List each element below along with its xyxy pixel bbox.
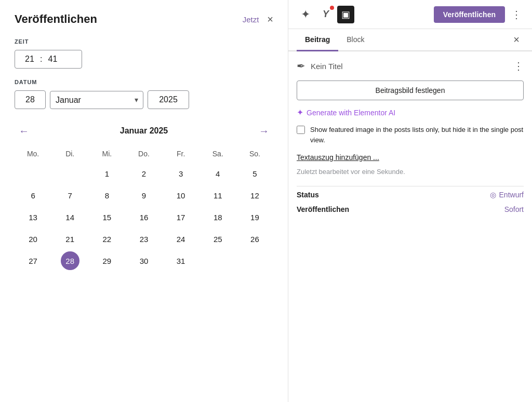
featured-image-checkbox-label: Show featured image in the posts lists o… <box>310 125 524 145</box>
divider <box>297 186 524 186</box>
status-icon: ◎ <box>490 191 496 199</box>
ai-button[interactable]: ✦ <box>297 5 314 24</box>
cal-day[interactable]: 10 <box>171 186 190 205</box>
generate-ai-label: Generate with Elementor AI <box>307 109 395 117</box>
featured-image-checkbox[interactable] <box>297 126 305 134</box>
cal-day[interactable]: 4 <box>208 164 227 183</box>
month-select-wrapper: Januar Februar März April Mai Juni Juli … <box>50 91 143 109</box>
jetzt-link[interactable]: Jetzt <box>243 15 259 24</box>
sidebar-tabs: Beitrag Block × <box>288 29 532 51</box>
weekday-sa: Sa. <box>200 148 236 160</box>
veroeffentlichen-label: Veröffentlichen <box>297 205 349 213</box>
yoast-button[interactable]: Y <box>318 6 333 23</box>
cal-day[interactable]: 27 <box>24 251 43 270</box>
cal-day[interactable]: 18 <box>208 208 227 226</box>
cal-day[interactable]: 26 <box>245 230 264 248</box>
day-input[interactable] <box>15 90 46 109</box>
cal-day[interactable]: 15 <box>98 208 116 226</box>
calendar-month-year: Januar 2025 <box>120 126 168 136</box>
weekday-di: Di. <box>51 148 88 160</box>
feather-icon: ✒ <box>297 60 305 72</box>
time-input-container: : <box>15 50 82 69</box>
toolbar: ✦ Y ▣ Veröffentlichen ⋮ <box>288 0 532 29</box>
tab-block[interactable]: Block <box>338 29 373 51</box>
date-row: Januar Februar März April Mai Juni Juli … <box>15 90 273 109</box>
weekday-mo: Mo. <box>15 148 51 160</box>
yoast-label: Y <box>323 9 329 20</box>
excerpt-link[interactable]: Textauszug hinzufügen ... <box>297 153 524 162</box>
entwurf-link[interactable]: Entwurf <box>499 191 524 199</box>
featured-image-checkbox-row: Show featured image in the posts lists o… <box>297 125 524 145</box>
cal-day[interactable]: 31 <box>171 251 190 270</box>
calendar-header: Mo. Di. Mi. Do. Fr. Sa. So. <box>15 148 273 160</box>
cal-day-empty <box>61 164 79 183</box>
cal-day[interactable]: 9 <box>135 186 153 205</box>
calendar-prev-button[interactable]: ← <box>15 124 33 138</box>
right-panel: ✦ Y ▣ Veröffentlichen ⋮ Beitrag Block × … <box>288 0 532 402</box>
cal-day[interactable]: 11 <box>208 186 227 205</box>
cal-day[interactable]: 23 <box>135 230 153 248</box>
cal-day[interactable]: 7 <box>61 186 79 205</box>
time-colon: : <box>40 55 42 64</box>
tab-beitrag[interactable]: Beitrag <box>297 29 338 51</box>
cal-day[interactable]: 6 <box>24 186 43 205</box>
veroeffentlichen-row: Veröffentlichen Sofort <box>297 205 524 213</box>
hours-input[interactable] <box>21 55 38 64</box>
sofort-link[interactable]: Sofort <box>504 205 524 213</box>
cal-day[interactable]: 13 <box>24 208 43 226</box>
sidebar-panel: Beitrag Block × ✒ Kein Titel ⋮ Beitragsb… <box>288 29 532 402</box>
featured-image-button[interactable]: Beitragsbild festlegen <box>297 81 524 100</box>
sparkle-icon: ✦ <box>301 8 310 21</box>
cal-day[interactable]: 5 <box>245 164 264 183</box>
more-options-button[interactable]: ⋮ <box>509 6 524 23</box>
cal-day-empty <box>24 164 43 183</box>
cal-day[interactable]: 12 <box>245 186 264 205</box>
publish-header-right: Jetzt × <box>243 14 273 24</box>
calendar-body: 1 2 3 4 5 6 7 8 9 10 11 12 13 14 15 16 1… <box>15 164 273 270</box>
cal-day[interactable]: 19 <box>245 208 264 226</box>
cal-day[interactable]: 24 <box>171 230 190 248</box>
yoast-notification-dot <box>330 6 334 10</box>
calendar-nav: ← Januar 2025 → <box>15 124 273 138</box>
close-button[interactable]: × <box>267 14 273 24</box>
post-title-row: ✒ Kein Titel ⋮ <box>297 60 524 72</box>
sidebar-content: ✒ Kein Titel ⋮ Beitragsbild festlegen ✦ … <box>288 51 532 402</box>
cal-day[interactable]: 21 <box>61 230 79 248</box>
weekday-mi: Mi. <box>88 148 125 160</box>
generate-ai-link[interactable]: ✦ Generate with Elementor AI <box>297 108 524 117</box>
cal-day-empty <box>208 251 227 270</box>
publish-panel: Veröffentlichen Jetzt × ZEIT : DATUM Jan… <box>0 0 288 402</box>
publish-button[interactable]: Veröffentlichen <box>434 6 505 23</box>
cal-day-selected[interactable]: 28 <box>61 251 79 270</box>
cal-day[interactable]: 2 <box>135 164 153 183</box>
cal-day[interactable]: 25 <box>208 230 227 248</box>
ai-sparkle-icon: ✦ <box>297 108 303 117</box>
status-value: ◎ Entwurf <box>490 191 524 199</box>
status-label: Status <box>297 191 319 199</box>
date-label: DATUM <box>15 79 273 85</box>
weekday-fr: Fr. <box>163 148 200 160</box>
cal-day-empty <box>245 251 264 270</box>
block-icon: ▣ <box>341 9 350 20</box>
cal-day[interactable]: 16 <box>135 208 153 226</box>
year-input[interactable] <box>148 90 189 109</box>
cal-day[interactable]: 30 <box>135 251 153 270</box>
cal-day[interactable]: 8 <box>98 186 116 205</box>
cal-day[interactable]: 1 <box>98 164 116 183</box>
post-title-left: ✒ Kein Titel <box>297 60 343 72</box>
minutes-input[interactable] <box>44 55 61 64</box>
post-title-more-button[interactable]: ⋮ <box>513 60 524 72</box>
calendar-next-button[interactable]: → <box>255 124 273 138</box>
block-view-button[interactable]: ▣ <box>337 6 354 23</box>
cal-day[interactable]: 17 <box>171 208 190 226</box>
sidebar-close-button[interactable]: × <box>509 29 524 50</box>
month-select[interactable]: Januar Februar März April Mai Juni Juli … <box>50 91 143 109</box>
calendar-grid: Mo. Di. Mi. Do. Fr. Sa. So. 1 2 3 4 5 6 … <box>15 148 273 270</box>
cal-day[interactable]: 14 <box>61 208 79 226</box>
status-row: Status ◎ Entwurf <box>297 191 524 199</box>
cal-day[interactable]: 20 <box>24 230 43 248</box>
cal-day[interactable]: 3 <box>171 164 190 183</box>
cal-day[interactable]: 29 <box>98 251 116 270</box>
cal-day[interactable]: 22 <box>98 230 116 248</box>
time-label: ZEIT <box>15 38 273 45</box>
